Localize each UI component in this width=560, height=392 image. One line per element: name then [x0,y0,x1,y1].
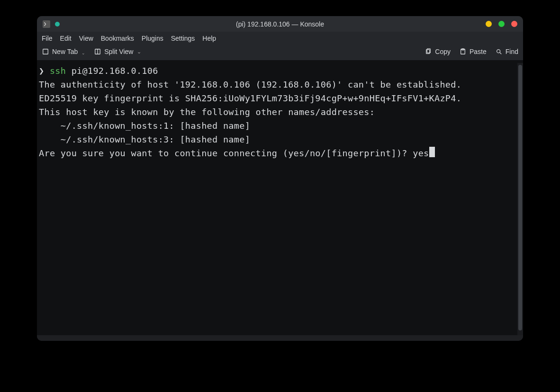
activity-indicator-icon [55,22,60,27]
close-button[interactable] [511,21,517,27]
new-tab-button[interactable]: New Tab ⌄ [42,48,85,55]
terminal-area: ❯ ssh pi@192.168.0.106 The authenticity … [37,63,523,335]
cursor [429,147,435,157]
menu-help[interactable]: Help [202,35,216,42]
scrollbar-thumb[interactable] [518,65,522,330]
split-view-label: Split View [104,48,133,55]
minimize-button[interactable] [486,21,492,27]
terminal-prompt-question: Are you sure you want to continue connec… [39,148,413,158]
terminal-output-line: ~/.ssh/known_hosts:1: [hashed name] [39,121,250,131]
scrollbar[interactable] [517,63,523,335]
menu-bookmarks[interactable]: Bookmarks [101,35,134,42]
titlebar-left [43,20,60,28]
svg-rect-0 [43,49,48,54]
svg-point-7 [497,50,500,53]
search-icon [495,48,503,55]
menu-view[interactable]: View [79,35,93,42]
terminal[interactable]: ❯ ssh pi@192.168.0.106 The authenticity … [37,63,517,335]
paste-icon [459,48,467,55]
titlebar[interactable]: (pi) 192.168.0.106 — Konsole [37,16,523,32]
paste-button[interactable]: Paste [459,48,487,55]
copy-button[interactable]: Copy [425,48,451,55]
command-args: pi@192.168.0.106 [66,66,158,76]
split-view-icon [94,48,101,55]
terminal-user-input: yes [413,148,429,158]
menu-edit[interactable]: Edit [60,35,72,42]
menu-settings[interactable]: Settings [171,35,195,42]
konsole-window: (pi) 192.168.0.106 — Konsole File Edit V… [37,16,523,341]
menu-file[interactable]: File [42,35,53,42]
terminal-output-line: The authenticity of host '192.168.0.106 … [39,80,461,89]
new-tab-icon [42,48,49,55]
toolbar: New Tab ⌄ Split View ⌄ Copy Paste [37,45,523,60]
chevron-down-icon: ⌄ [81,51,85,55]
copy-label: Copy [435,48,451,55]
terminal-output-line: ~/.ssh/known_hosts:3: [hashed name] [39,134,250,144]
terminal-output-line: This host key is known by the following … [39,107,375,117]
svg-line-8 [500,53,502,54]
new-tab-label: New Tab [52,48,78,55]
copy-icon [425,48,432,55]
menubar: File Edit View Bookmarks Plugins Setting… [37,32,523,45]
paste-label: Paste [470,48,487,55]
command-name: ssh [50,66,66,76]
menu-plugins[interactable]: Plugins [142,35,163,42]
window-controls [486,21,517,27]
find-button[interactable]: Find [495,48,518,55]
maximize-button[interactable] [498,21,505,27]
chevron-down-icon: ⌄ [137,49,141,55]
terminal-app-icon [43,20,50,28]
window-bottom-border [37,335,523,341]
window-title: (pi) 192.168.0.106 — Konsole [37,20,523,28]
terminal-output-line: ED25519 key fingerprint is SHA256:iUoWy1… [39,93,461,103]
find-label: Find [506,48,518,55]
prompt-symbol: ❯ [39,66,44,76]
split-view-button[interactable]: Split View ⌄ [94,48,141,55]
